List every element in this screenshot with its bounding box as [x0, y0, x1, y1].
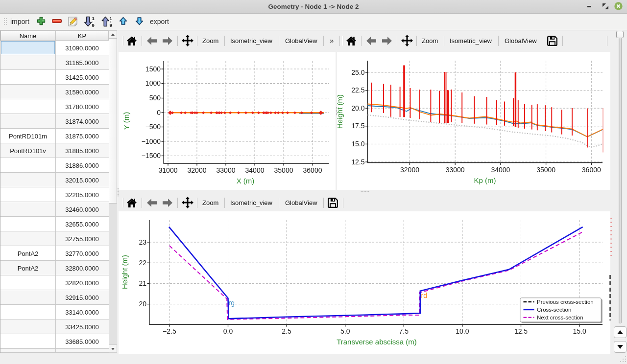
svg-text:15.0: 15.0: [573, 327, 586, 335]
svg-text:rd: rd: [421, 292, 427, 299]
svg-text:2.5: 2.5: [282, 327, 291, 335]
svg-text:25.0: 25.0: [351, 68, 364, 76]
svg-text:Next cross-section: Next cross-section: [537, 315, 583, 320]
svg-text:33000: 33000: [446, 166, 465, 174]
svg-text:−500: −500: [145, 123, 161, 131]
svg-text:−1500: −1500: [142, 152, 161, 159]
svg-text:22.5: 22.5: [351, 86, 364, 94]
svg-text:10.0: 10.0: [456, 327, 469, 335]
svg-text:Height (m): Height (m): [121, 255, 129, 289]
svg-text:12.5: 12.5: [514, 327, 528, 335]
svg-text:9: 9: [92, 23, 95, 27]
svg-text:rg: rg: [229, 299, 235, 307]
svg-text:Height (m): Height (m): [337, 94, 344, 129]
svg-text:Y (m): Y (m): [122, 112, 130, 130]
svg-text:Previous cross-section: Previous cross-section: [537, 299, 594, 305]
svg-text:17.5: 17.5: [351, 122, 364, 130]
svg-text:32000: 32000: [400, 166, 419, 174]
svg-text:500: 500: [149, 94, 161, 102]
svg-text:23: 23: [139, 238, 146, 246]
svg-text:20.0: 20.0: [351, 104, 364, 112]
svg-text:35000: 35000: [274, 166, 293, 174]
svg-text:5.0: 5.0: [340, 327, 350, 335]
svg-text:1000: 1000: [145, 79, 161, 87]
svg-text:9: 9: [110, 23, 112, 27]
svg-text:Transverse abscissa (m): Transverse abscissa (m): [337, 338, 417, 346]
svg-text:36000: 36000: [582, 166, 601, 174]
svg-text:7.5: 7.5: [399, 327, 409, 335]
svg-text:0.0: 0.0: [223, 327, 233, 335]
svg-text:Cross-section: Cross-section: [537, 307, 571, 313]
svg-text:−2.5: −2.5: [163, 327, 176, 335]
svg-text:36000: 36000: [303, 166, 322, 174]
svg-text:33000: 33000: [217, 166, 236, 174]
svg-text:12.5: 12.5: [351, 158, 364, 166]
svg-text:22: 22: [139, 259, 146, 267]
svg-text:15.0: 15.0: [351, 140, 364, 148]
svg-text:31000: 31000: [159, 166, 178, 174]
svg-text:32000: 32000: [188, 166, 207, 174]
svg-text:1500: 1500: [145, 65, 161, 73]
svg-text:34000: 34000: [245, 166, 265, 174]
svg-text:35000: 35000: [536, 166, 555, 174]
svg-text:21: 21: [139, 279, 146, 287]
svg-text:Kp (m): Kp (m): [474, 176, 496, 184]
svg-text:20: 20: [139, 300, 146, 308]
svg-text:−1000: −1000: [142, 137, 161, 145]
svg-text:34000: 34000: [491, 166, 510, 174]
svg-text:0: 0: [157, 109, 161, 116]
svg-text:X (m): X (m): [237, 177, 255, 185]
